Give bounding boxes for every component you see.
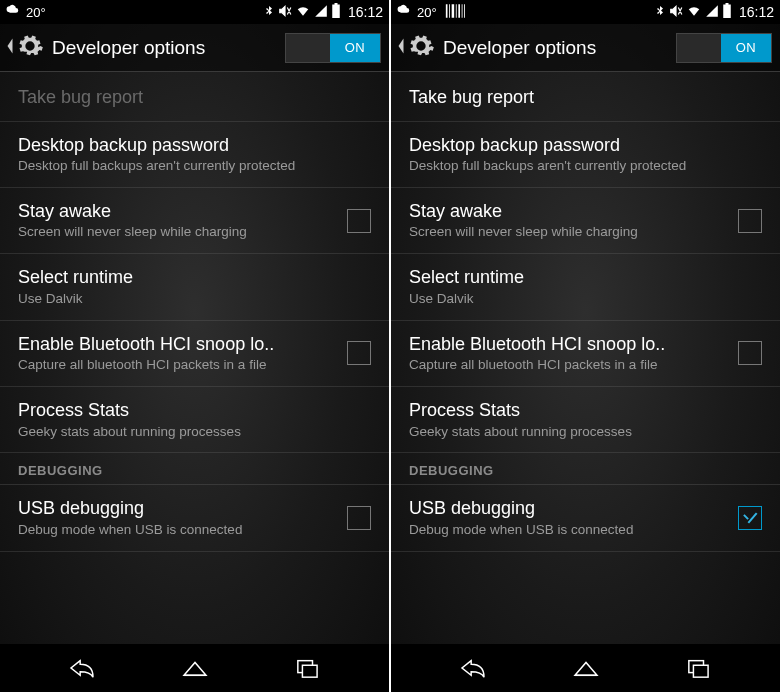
checkbox-usb-debugging[interactable] [738, 506, 762, 530]
item-subtitle: Debug mode when USB is connected [18, 522, 337, 539]
status-right: 16:12 [263, 3, 383, 21]
nav-recents-button[interactable] [668, 657, 728, 679]
item-subtitle: Geeky stats about running processes [409, 424, 762, 441]
signal-icon [314, 4, 328, 21]
item-subtitle: Use Dalvik [18, 291, 371, 308]
item-title: USB debugging [18, 497, 337, 520]
item-title: Stay awake [18, 200, 337, 223]
battery-icon [331, 3, 341, 21]
item-process-stats[interactable]: Process Stats Geeky stats about running … [391, 387, 780, 453]
status-left: 20° [397, 4, 465, 21]
item-subtitle: Desktop full backups aren't currently pr… [18, 158, 371, 175]
page-title: Developer options [443, 37, 676, 59]
checkbox-bt-snoop[interactable] [738, 341, 762, 365]
item-bluetooth-hci-snoop[interactable]: Enable Bluetooth HCI snoop lo.. Capture … [391, 321, 780, 387]
mute-icon [669, 4, 683, 21]
temperature: 20° [417, 5, 437, 20]
item-desktop-backup-password[interactable]: Desktop backup password Desktop full bac… [0, 122, 389, 188]
phone-left: 20° 16:12 Developer options ON Take bug … [0, 0, 389, 692]
item-title: Enable Bluetooth HCI snoop lo.. [18, 333, 337, 356]
page-title: Developer options [52, 37, 285, 59]
item-title: Process Stats [18, 399, 371, 422]
signal-icon [705, 4, 719, 21]
item-usb-debugging[interactable]: USB debugging Debug mode when USB is con… [391, 485, 780, 551]
toggle-on-label: ON [721, 34, 771, 62]
status-left: 20° [6, 4, 46, 21]
svg-rect-1 [302, 665, 317, 677]
wifi-icon [686, 4, 702, 21]
clock: 16:12 [348, 4, 383, 20]
item-title: Select runtime [409, 266, 762, 289]
item-title: Take bug report [409, 86, 762, 109]
battery-icon [722, 3, 732, 21]
settings-gear-icon[interactable] [407, 32, 435, 64]
status-bar: 20° 16:12 [391, 0, 780, 24]
item-usb-debugging[interactable]: USB debugging Debug mode when USB is con… [0, 485, 389, 551]
item-subtitle: Desktop full backups aren't currently pr… [409, 158, 762, 175]
item-stay-awake[interactable]: Stay awake Screen will never sleep while… [0, 188, 389, 254]
action-bar: Developer options ON [391, 24, 780, 72]
checkbox-bt-snoop[interactable] [347, 341, 371, 365]
bluetooth-icon [263, 4, 275, 21]
item-stay-awake[interactable]: Stay awake Screen will never sleep while… [391, 188, 780, 254]
item-desktop-backup-password[interactable]: Desktop backup password Desktop full bac… [391, 122, 780, 188]
settings-gear-icon[interactable] [16, 32, 44, 64]
temperature: 20° [26, 5, 46, 20]
item-subtitle: Geeky stats about running processes [18, 424, 371, 441]
item-bluetooth-hci-snoop[interactable]: Enable Bluetooth HCI snoop lo.. Capture … [0, 321, 389, 387]
nav-home-button[interactable] [165, 657, 225, 679]
clock: 16:12 [739, 4, 774, 20]
phone-right: 20° 16:12 Developer options ON Take bu [391, 0, 780, 692]
nav-home-button[interactable] [556, 657, 616, 679]
nav-back-button[interactable] [52, 657, 112, 679]
item-select-runtime[interactable]: Select runtime Use Dalvik [0, 254, 389, 320]
section-header-debugging: DEBUGGING [391, 453, 780, 485]
back-icon[interactable] [4, 36, 16, 60]
action-bar: Developer options ON [0, 24, 389, 72]
nav-recents-button[interactable] [277, 657, 337, 679]
settings-list[interactable]: Take bug report Desktop backup password … [0, 72, 389, 644]
item-subtitle: Screen will never sleep while charging [409, 224, 728, 241]
weather-icon [6, 4, 20, 21]
mute-icon [278, 4, 292, 21]
weather-icon [397, 4, 411, 21]
item-subtitle: Capture all bluetooth HCI packets in a f… [409, 357, 728, 374]
section-header-debugging: DEBUGGING [0, 453, 389, 485]
settings-list[interactable]: Take bug report Desktop backup password … [391, 72, 780, 644]
item-title: Enable Bluetooth HCI snoop lo.. [409, 333, 728, 356]
item-title: Stay awake [409, 200, 728, 223]
item-title: Take bug report [18, 86, 371, 109]
item-process-stats[interactable]: Process Stats Geeky stats about running … [0, 387, 389, 453]
item-title: Desktop backup password [18, 134, 371, 157]
status-bar: 20° 16:12 [0, 0, 389, 24]
item-take-bug-report[interactable]: Take bug report [391, 74, 780, 122]
item-title: USB debugging [409, 497, 728, 520]
item-title: Desktop backup password [409, 134, 762, 157]
master-toggle[interactable]: ON [285, 33, 381, 63]
status-right: 16:12 [654, 3, 774, 21]
item-title: Select runtime [18, 266, 371, 289]
item-subtitle: Screen will never sleep while charging [18, 224, 337, 241]
bluetooth-icon [654, 4, 666, 21]
checkbox-stay-awake[interactable] [347, 209, 371, 233]
nav-back-button[interactable] [443, 657, 503, 679]
master-toggle[interactable]: ON [676, 33, 772, 63]
barcode-icon [445, 4, 465, 21]
checkbox-stay-awake[interactable] [738, 209, 762, 233]
navigation-bar [0, 644, 389, 692]
toggle-on-label: ON [330, 34, 380, 62]
back-icon[interactable] [395, 36, 407, 60]
checkbox-usb-debugging[interactable] [347, 506, 371, 530]
item-select-runtime[interactable]: Select runtime Use Dalvik [391, 254, 780, 320]
svg-rect-3 [693, 665, 708, 677]
item-title: Process Stats [409, 399, 762, 422]
item-subtitle: Capture all bluetooth HCI packets in a f… [18, 357, 337, 374]
item-subtitle: Use Dalvik [409, 291, 762, 308]
item-subtitle: Debug mode when USB is connected [409, 522, 728, 539]
item-take-bug-report[interactable]: Take bug report [0, 74, 389, 122]
screenshot-pair: 20° 16:12 Developer options ON Take bug … [0, 0, 782, 692]
navigation-bar [391, 644, 780, 692]
wifi-icon [295, 4, 311, 21]
